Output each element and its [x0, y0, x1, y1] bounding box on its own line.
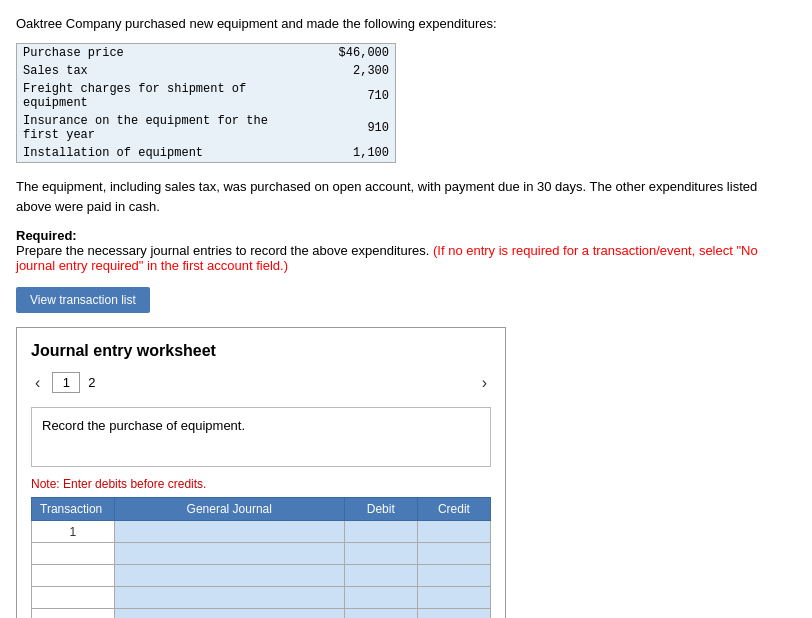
table-row [32, 543, 491, 565]
debit-input[interactable] [345, 587, 417, 608]
required-label: Required: [16, 228, 77, 243]
general-journal-input[interactable] [115, 587, 344, 608]
credit-input[interactable] [418, 565, 490, 586]
general-journal-cell[interactable] [114, 543, 344, 565]
expenditure-table: Purchase price$46,000Sales tax2,300Freig… [16, 43, 396, 163]
expenditure-value: $46,000 [315, 44, 395, 62]
general-journal-input[interactable] [115, 565, 344, 586]
credit-input[interactable] [418, 609, 490, 618]
transaction-num [32, 543, 115, 565]
debit-input[interactable] [345, 609, 417, 618]
expenditure-row: Freight charges for shipment of equipmen… [17, 80, 395, 112]
transaction-num [32, 565, 115, 587]
credit-input[interactable] [418, 543, 490, 564]
debit-input[interactable] [345, 565, 417, 586]
expenditure-row: Installation of equipment1,100 [17, 144, 395, 162]
required-section: Required: Prepare the necessary journal … [16, 228, 796, 273]
expenditure-row: Purchase price$46,000 [17, 44, 395, 62]
table-row: 1 [32, 521, 491, 543]
table-row [32, 565, 491, 587]
page-2-label: 2 [88, 375, 95, 390]
general-journal-input[interactable] [115, 521, 344, 542]
col-credit: Credit [417, 498, 490, 521]
table-row [32, 609, 491, 619]
expenditure-label: Insurance on the equipment for the first… [17, 112, 315, 144]
journal-table: Transaction General Journal Debit Credit… [31, 497, 491, 618]
intro-text: Oaktree Company purchased new equipment … [16, 16, 796, 31]
debit-input[interactable] [345, 543, 417, 564]
transaction-num: 1 [32, 521, 115, 543]
expenditure-value: 710 [315, 80, 395, 112]
col-debit: Debit [344, 498, 417, 521]
expenditure-value: 2,300 [315, 62, 395, 80]
required-instruction: Prepare the necessary journal entries to… [16, 243, 429, 258]
pagination: ‹ 1 2 › [31, 372, 491, 393]
transaction-description: Record the purchase of equipment. [31, 407, 491, 467]
description-text: The equipment, including sales tax, was … [16, 177, 796, 216]
credit-cell[interactable] [417, 543, 490, 565]
debit-cell[interactable] [344, 521, 417, 543]
expenditure-value: 1,100 [315, 144, 395, 162]
debit-cell[interactable] [344, 543, 417, 565]
prev-page-button[interactable]: ‹ [31, 374, 44, 392]
next-page-button[interactable]: › [478, 374, 491, 392]
general-journal-cell[interactable] [114, 609, 344, 619]
expenditure-label: Installation of equipment [17, 144, 315, 162]
expenditure-row: Sales tax2,300 [17, 62, 395, 80]
view-transaction-button[interactable]: View transaction list [16, 287, 150, 313]
col-general-journal: General Journal [114, 498, 344, 521]
debit-input[interactable] [345, 521, 417, 542]
credit-input[interactable] [418, 587, 490, 608]
credit-cell[interactable] [417, 609, 490, 619]
col-transaction: Transaction [32, 498, 115, 521]
credit-cell[interactable] [417, 565, 490, 587]
expenditure-label: Sales tax [17, 62, 315, 80]
credit-cell[interactable] [417, 521, 490, 543]
debit-cell[interactable] [344, 565, 417, 587]
credit-cell[interactable] [417, 587, 490, 609]
debit-cell[interactable] [344, 587, 417, 609]
general-journal-cell[interactable] [114, 521, 344, 543]
note-text: Note: Enter debits before credits. [31, 477, 491, 491]
expenditure-value: 910 [315, 112, 395, 144]
journal-entry-worksheet: Journal entry worksheet ‹ 1 2 › Record t… [16, 327, 506, 618]
expenditure-row: Insurance on the equipment for the first… [17, 112, 395, 144]
description-block: The equipment, including sales tax, was … [16, 177, 796, 216]
expenditure-label: Freight charges for shipment of equipmen… [17, 80, 315, 112]
general-journal-input[interactable] [115, 609, 344, 618]
debit-cell[interactable] [344, 609, 417, 619]
general-journal-cell[interactable] [114, 587, 344, 609]
transaction-num [32, 587, 115, 609]
table-row [32, 587, 491, 609]
expenditure-label: Purchase price [17, 44, 315, 62]
general-journal-cell[interactable] [114, 565, 344, 587]
worksheet-title: Journal entry worksheet [31, 342, 491, 360]
current-page-box: 1 [52, 372, 80, 393]
credit-input[interactable] [418, 521, 490, 542]
general-journal-input[interactable] [115, 543, 344, 564]
transaction-num [32, 609, 115, 619]
